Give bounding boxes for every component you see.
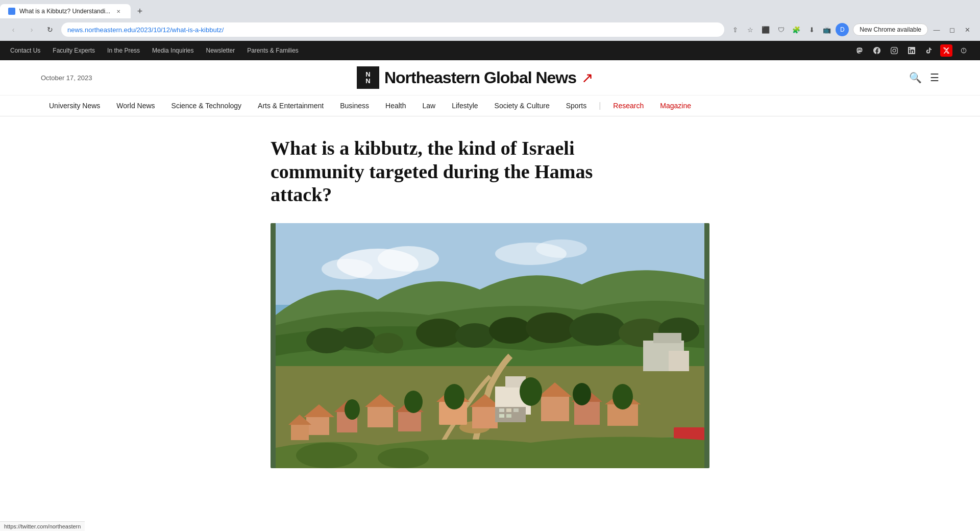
site-header: October 17, 2023 NN Northeastern Global … xyxy=(0,60,980,95)
svg-rect-58 xyxy=(506,414,511,418)
nav-item-lifestyle: Lifestyle xyxy=(444,95,486,116)
svg-point-45 xyxy=(404,391,423,413)
tiktok-icon[interactable] xyxy=(923,44,935,57)
magazine-link[interactable]: Magazine xyxy=(652,95,699,116)
health-link[interactable]: Health xyxy=(377,95,414,116)
lifestyle-link[interactable]: Lifestyle xyxy=(444,95,486,116)
new-chrome-button[interactable]: New Chrome available xyxy=(853,23,928,36)
parents-families-link[interactable]: Parents & Families xyxy=(247,47,299,54)
close-icon[interactable]: ✕ xyxy=(961,23,974,36)
address-bar[interactable]: news.northeastern.edu/2023/10/12/what-is… xyxy=(61,22,724,37)
screen-mirror-icon[interactable]: 📺 xyxy=(820,23,834,36)
nav-item-health: Health xyxy=(377,95,414,116)
logo-arrow-icon: ↗ xyxy=(581,69,593,86)
svg-point-13 xyxy=(526,312,577,343)
instagram-icon[interactable] xyxy=(888,44,900,57)
download-icon[interactable]: ⬇ xyxy=(805,23,818,36)
podcast-icon[interactable] xyxy=(958,44,970,57)
newsletter-link[interactable]: Newsletter xyxy=(206,47,235,54)
business-link[interactable]: Business xyxy=(332,95,377,116)
svg-rect-23 xyxy=(291,425,309,440)
tab-close-button[interactable]: ✕ xyxy=(114,7,122,15)
tab-bar: What is a Kibbutz? Understandi... ✕ + xyxy=(0,0,980,18)
svg-rect-27 xyxy=(398,412,421,431)
forward-button[interactable]: › xyxy=(24,22,39,37)
refresh-button[interactable]: ↻ xyxy=(43,22,57,37)
article-image xyxy=(271,223,709,468)
svg-rect-56 xyxy=(513,408,519,412)
shield-icon[interactable]: 🛡 xyxy=(774,23,788,36)
svg-point-8 xyxy=(339,327,375,349)
status-url: https://twitter.com/northeastern xyxy=(4,523,81,529)
tab-favicon xyxy=(8,8,15,15)
minimize-icon[interactable]: — xyxy=(930,23,943,36)
back-button[interactable]: ‹ xyxy=(6,22,20,37)
nav-item-sports: Sports xyxy=(558,95,595,116)
site-logo[interactable]: NN Northeastern Global News ↗ xyxy=(357,66,593,89)
site-nav: University News World News Science & Tec… xyxy=(0,95,980,116)
linkedin-icon[interactable] xyxy=(905,44,918,57)
nav-separator: | xyxy=(595,95,605,116)
svg-rect-55 xyxy=(506,408,511,412)
arts-entertainment-link[interactable]: Arts & Entertainment xyxy=(250,95,332,116)
world-news-link[interactable]: World News xyxy=(108,95,163,116)
topbar-nav: Contact Us Faculty Experts In the Press … xyxy=(10,47,299,54)
svg-point-3 xyxy=(378,246,439,272)
svg-rect-31 xyxy=(472,407,498,428)
svg-rect-37 xyxy=(574,402,600,425)
svg-point-14 xyxy=(569,313,625,346)
article-title: What is a kibbutz, the kind of Israeli c… xyxy=(271,137,628,207)
university-news-link[interactable]: University News xyxy=(41,95,108,116)
in-the-press-link[interactable]: In the Press xyxy=(107,47,140,54)
svg-point-4 xyxy=(322,259,373,279)
svg-point-47 xyxy=(520,377,542,406)
svg-point-9 xyxy=(373,333,403,353)
address-text: news.northeastern.edu/2023/10/12/what-is… xyxy=(67,26,224,34)
facebook-icon[interactable] xyxy=(871,44,883,57)
faculty-experts-link[interactable]: Faculty Experts xyxy=(53,47,95,54)
cast-icon[interactable]: ⬛ xyxy=(759,23,772,36)
contact-us-link[interactable]: Contact Us xyxy=(10,47,40,54)
new-tab-button[interactable]: + xyxy=(133,4,147,18)
svg-point-11 xyxy=(455,323,494,348)
svg-point-44 xyxy=(345,399,360,420)
law-link[interactable]: Law xyxy=(414,95,444,116)
article-content: What is a kibbutz, the kind of Israeli c… xyxy=(260,116,720,489)
nav-item-university-news: University News xyxy=(41,95,108,116)
society-culture-link[interactable]: Society & Culture xyxy=(486,95,558,116)
search-icon[interactable]: 🔍 xyxy=(909,71,922,84)
nav-item-science-technology: Science & Technology xyxy=(163,95,250,116)
svg-point-46 xyxy=(444,384,464,409)
svg-rect-43 xyxy=(669,351,689,371)
svg-rect-19 xyxy=(306,417,329,435)
sports-link[interactable]: Sports xyxy=(558,95,595,116)
svg-rect-54 xyxy=(499,408,504,412)
svg-rect-25 xyxy=(368,407,393,427)
profile-icon[interactable]: D xyxy=(836,23,849,36)
svg-point-10 xyxy=(416,319,462,347)
mastodon-icon[interactable] xyxy=(853,44,866,57)
maximize-icon[interactable]: ◻ xyxy=(945,23,959,36)
status-bar: https://twitter.com/northeastern xyxy=(0,521,85,531)
svg-rect-42 xyxy=(653,333,681,343)
svg-point-6 xyxy=(536,239,587,258)
nav-item-society-culture: Society & Culture xyxy=(486,95,558,116)
science-technology-link[interactable]: Science & Technology xyxy=(163,95,250,116)
research-link[interactable]: Research xyxy=(605,95,652,116)
logo-box: NN xyxy=(357,66,379,89)
site-topbar: Contact Us Faculty Experts In the Press … xyxy=(0,41,980,60)
extensions-icon[interactable]: 🧩 xyxy=(790,23,803,36)
share-icon[interactable]: ⇧ xyxy=(728,23,742,36)
menu-icon[interactable]: ☰ xyxy=(930,71,939,84)
article-image-svg xyxy=(271,223,709,468)
nav-item-arts-entertainment: Arts & Entertainment xyxy=(250,95,332,116)
nav-item-research: Research xyxy=(605,95,652,116)
bookmark-icon[interactable]: ☆ xyxy=(744,23,757,36)
active-tab[interactable]: What is a Kibbutz? Understandi... ✕ xyxy=(0,4,131,18)
twitter-icon[interactable] xyxy=(940,44,952,57)
svg-point-12 xyxy=(489,317,532,344)
media-inquiries-link[interactable]: Media Inquiries xyxy=(152,47,193,54)
svg-point-60 xyxy=(378,448,429,468)
nav-list: University News World News Science & Tec… xyxy=(41,95,939,116)
toolbar-icons: ⇧ ☆ ⬛ 🛡 🧩 ⬇ 📺 D New Chrome available — ◻… xyxy=(728,23,974,36)
